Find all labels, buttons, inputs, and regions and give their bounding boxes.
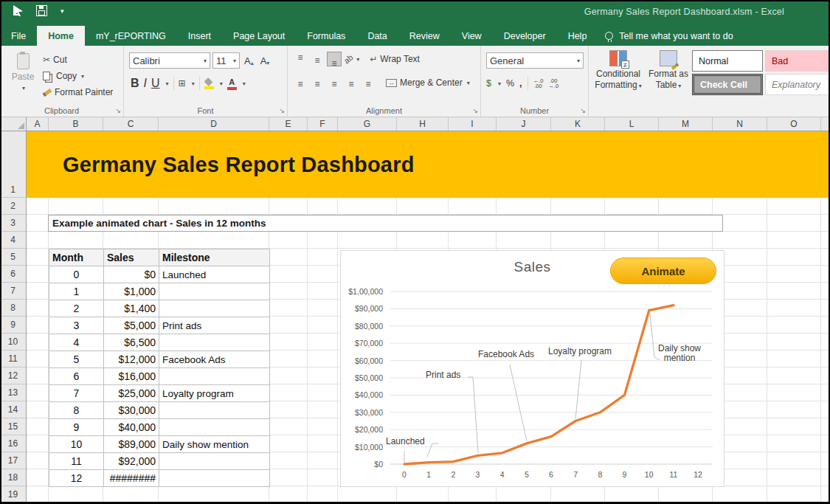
row-header-9[interactable]: 9 [0, 317, 26, 334]
cell-month[interactable]: 7 [49, 385, 104, 402]
shrink-font-button[interactable]: A▾ [258, 55, 272, 67]
column-header-o[interactable]: O [767, 117, 821, 131]
cell-month[interactable]: 8 [49, 402, 104, 419]
row-header-16[interactable]: 16 [0, 435, 26, 452]
cell-sales[interactable]: $6,500 [104, 334, 159, 351]
font-dialog-launcher[interactable]: ↘ [279, 107, 285, 114]
number-format-combo[interactable]: General▾ [486, 52, 584, 69]
align-top-button[interactable]: ≡ [293, 52, 308, 66]
row-header-18[interactable]: 18 [0, 469, 26, 486]
comma-style-button[interactable]: , [519, 78, 522, 89]
cell-sales[interactable]: $1,400 [104, 300, 159, 317]
cell-month[interactable]: 6 [49, 368, 104, 385]
ribbon-tab-formulas[interactable]: Formulas [296, 26, 356, 46]
increase-decimal-button[interactable]: ←.0.00 [533, 78, 544, 89]
row-header-11[interactable]: 11 [0, 351, 26, 367]
cell-milestone[interactable]: Print ads [159, 317, 270, 334]
cell-month[interactable]: 5 [49, 351, 104, 368]
column-header-g[interactable]: G [338, 117, 397, 131]
cell-month[interactable]: 11 [49, 453, 104, 470]
table-header-sales[interactable]: Sales [104, 249, 159, 266]
row-header-14[interactable]: 14 [0, 401, 26, 418]
cell-milestone[interactable]: Loyalty program [159, 385, 270, 402]
clipboard-dialog-launcher[interactable]: ↘ [115, 107, 121, 114]
cell-sales[interactable]: $40,000 [104, 419, 159, 436]
cell-month[interactable]: 10 [49, 436, 104, 453]
ribbon-tab-page-layout[interactable]: Page Layout [222, 26, 296, 46]
align-middle-button[interactable]: ≡ [310, 52, 325, 66]
row-header-10[interactable]: 10 [0, 334, 26, 351]
ribbon-tab-data[interactable]: Data [356, 26, 398, 46]
cell-sales[interactable]: $92,000 [104, 453, 159, 470]
cell-month[interactable]: 2 [49, 300, 104, 317]
cell-sales[interactable]: $12,000 [104, 351, 159, 368]
cell-sales[interactable]: $89,000 [104, 436, 159, 453]
cell-milestone[interactable] [159, 368, 270, 385]
percent-style-button[interactable]: % [506, 78, 514, 89]
copy-button[interactable]: Copy▾ [41, 68, 115, 84]
cell-style-bad[interactable]: Bad [765, 50, 830, 72]
cell-month[interactable]: 4 [49, 334, 104, 351]
ribbon-tab-home[interactable]: Home [37, 26, 85, 46]
row-header-7[interactable]: 7 [0, 283, 26, 300]
cell-style-check-cell[interactable]: Check Cell [692, 74, 763, 95]
row-header-19[interactable]: 19 [0, 486, 26, 503]
column-header-d[interactable]: D [159, 117, 269, 131]
ribbon-tab-view[interactable]: View [451, 26, 493, 46]
merge-center-button[interactable]: ↔Merge & Center▾ [384, 76, 472, 89]
row-header-13[interactable]: 13 [0, 384, 26, 401]
cell-sales[interactable]: $16,000 [104, 368, 159, 385]
italic-button[interactable]: I [144, 77, 147, 90]
table-header-month[interactable]: Month [49, 249, 104, 266]
column-header-i[interactable]: I [449, 117, 497, 131]
column-header-b[interactable]: B [49, 117, 103, 131]
cell-style-explanatory[interactable]: Explanatory [765, 74, 830, 95]
cell-milestone[interactable]: Facebook Ads [159, 351, 270, 368]
cell-milestone[interactable] [159, 300, 270, 317]
format-painter-button[interactable]: Format Painter [41, 84, 115, 100]
orientation-button[interactable]: ab [342, 52, 355, 65]
tell-me-box[interactable]: Tell me what you want to do [598, 26, 733, 46]
column-header-n[interactable]: N [713, 117, 767, 131]
row-header-2[interactable]: 2 [0, 198, 26, 215]
row-header-12[interactable]: 12 [0, 367, 26, 384]
ribbon-tab-help[interactable]: Help [557, 26, 598, 46]
column-header-j[interactable]: J [497, 117, 551, 131]
cell-month[interactable]: 1 [49, 283, 104, 300]
chart-caption-cell[interactable]: Example animated chart - Sales in 12 mon… [48, 215, 723, 232]
align-right-button[interactable]: ≡ [327, 75, 342, 90]
conditional-formatting-button[interactable]: ≠ Conditional Formatting▾ [595, 50, 642, 92]
ribbon-tab-insert[interactable]: Insert [177, 26, 222, 46]
cell-month[interactable]: 3 [49, 317, 104, 334]
column-header-m[interactable]: M [659, 117, 713, 131]
table-header-milestone[interactable]: Milestone [159, 249, 270, 266]
row-header-1[interactable]: 1 [0, 131, 26, 198]
column-header-l[interactable]: L [605, 117, 659, 131]
select-all-corner[interactable] [0, 117, 27, 131]
row-header-8[interactable]: 8 [0, 300, 26, 317]
column-header-k[interactable]: K [551, 117, 605, 131]
cell-milestone[interactable] [159, 453, 270, 470]
alignment-dialog-launcher[interactable]: ↘ [472, 107, 478, 114]
column-header-h[interactable]: H [397, 117, 449, 131]
ribbon-tab-developer[interactable]: Developer [493, 26, 557, 46]
cell-sales[interactable]: $30,000 [104, 402, 159, 419]
grow-font-button[interactable]: A▴ [242, 55, 256, 67]
save-icon[interactable] [36, 5, 47, 16]
font-size-combo[interactable]: 11▾ [212, 52, 240, 69]
ribbon-tab-review[interactable]: Review [398, 26, 451, 46]
row-header-6[interactable]: 6 [0, 266, 26, 283]
cell-sales[interactable]: $5,000 [104, 317, 159, 334]
cell-month[interactable]: 12 [49, 470, 104, 487]
accounting-format-button[interactable]: $ [486, 78, 491, 89]
cell-month[interactable]: 0 [49, 266, 104, 283]
column-header-e[interactable]: E [269, 117, 308, 131]
align-center-button[interactable]: ≡ [310, 75, 325, 90]
cell-month[interactable]: 9 [49, 419, 104, 436]
wrap-text-button[interactable]: ↵Wrap Text [367, 52, 422, 66]
paste-button[interactable]: Paste▾ [7, 52, 38, 106]
row-header-15[interactable]: 15 [0, 418, 26, 435]
row-header-17[interactable]: 17 [0, 452, 26, 469]
align-bottom-button[interactable]: ≡ [327, 52, 342, 66]
row-header-4[interactable]: 4 [0, 232, 26, 249]
